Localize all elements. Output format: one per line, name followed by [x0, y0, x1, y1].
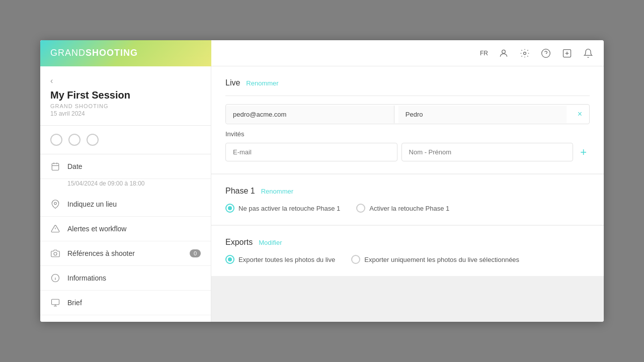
- svg-point-8: [54, 202, 57, 205]
- dot-3: [87, 134, 99, 146]
- exports-radio-2: [351, 255, 360, 264]
- phase1-option-1[interactable]: Ne pas activer la retouche Phase 1: [225, 204, 340, 213]
- settings-icon[interactable]: [519, 48, 530, 59]
- live-section: Live Renommer pedro@acme.com Pedro × Inv…: [211, 66, 604, 173]
- exports-option-1[interactable]: Exporter toutes les photos du live: [225, 255, 335, 264]
- name-input[interactable]: [401, 143, 574, 161]
- brief-label: Brief: [67, 299, 201, 307]
- date-label: Date: [67, 162, 201, 170]
- logo-part1: GRAND: [50, 48, 86, 58]
- svg-point-0: [502, 50, 506, 53]
- live-rename-action[interactable]: Renommer: [246, 79, 278, 87]
- exports-section-header: Exports Modifier: [225, 238, 590, 247]
- invite-name-display: Pedro: [398, 106, 567, 123]
- date-sub: 15/04/2024 de 09:00 à 18:00: [40, 179, 211, 192]
- live-title: Live: [225, 78, 240, 87]
- phase1-radio-2: [356, 204, 365, 213]
- sidebar-item-date[interactable]: Date: [40, 154, 211, 179]
- email-input[interactable]: [225, 143, 397, 161]
- language-selector[interactable]: FR: [480, 50, 488, 57]
- live-section-header: Live Renommer: [225, 78, 590, 87]
- lieu-label: Indiquez un lieu: [67, 200, 201, 208]
- invite-inputs-row: +: [225, 143, 590, 161]
- invites-label: Invités: [225, 130, 590, 138]
- content-area: Live Renommer pedro@acme.com Pedro × Inv…: [211, 66, 604, 322]
- dot-1: [50, 134, 62, 146]
- exports-section: Exports Modifier Exporter toutes les pho…: [211, 226, 604, 276]
- help-icon[interactable]: [540, 48, 551, 59]
- exports-option-1-label: Exporter toutes les photos du live: [238, 256, 335, 263]
- informations-label: Informations: [67, 274, 201, 282]
- exports-radio-group: Exporter toutes les photos du live Expor…: [225, 255, 590, 264]
- exports-modify-action[interactable]: Modifier: [259, 239, 282, 246]
- calendar-icon: [50, 161, 60, 171]
- add-invite-button[interactable]: +: [577, 147, 590, 158]
- map-pin-icon: [50, 199, 60, 209]
- exports-radio-1: [225, 255, 234, 264]
- session-header: ‹ My First Session GRAND SHOOTING 15 avr…: [40, 66, 211, 126]
- phase1-option-2-label: Activer la retouche Phase 1: [369, 205, 449, 212]
- session-title: My First Session: [50, 89, 201, 101]
- phase1-section-header: Phase 1 Renommer: [225, 187, 590, 196]
- exports-option-2-label: Exporter uniquement les photos du live s…: [364, 256, 519, 263]
- live-divider: [225, 96, 590, 96]
- invite-email-display: pedro@acme.com: [226, 106, 394, 123]
- sidebar-item-alertes[interactable]: Alertes et workflow: [40, 217, 211, 241]
- user-icon[interactable]: [498, 48, 509, 59]
- sidebar: ‹ My First Session GRAND SHOOTING 15 avr…: [40, 66, 211, 322]
- logo-text: GRANDSHOOTING: [50, 48, 138, 58]
- svg-point-11: [54, 252, 57, 255]
- alertes-label: Alertes et workflow: [67, 225, 201, 233]
- alert-icon: [50, 224, 60, 234]
- session-brand: GRAND SHOOTING: [50, 103, 201, 109]
- header-actions: FR: [480, 48, 604, 59]
- phase1-option-1-label: Ne pas activer la retouche Phase 1: [238, 205, 340, 212]
- progress-dots: [40, 126, 211, 154]
- dot-2: [68, 134, 80, 146]
- phase1-radio-group: Ne pas activer la retouche Phase 1 Activ…: [225, 204, 590, 213]
- exports-option-2[interactable]: Exporter uniquement les photos du live s…: [351, 255, 519, 264]
- exports-title: Exports: [225, 238, 253, 247]
- sidebar-item-informations[interactable]: Informations: [40, 266, 211, 291]
- phase1-rename-action[interactable]: Renommer: [261, 188, 293, 195]
- svg-point-2: [542, 49, 550, 57]
- phase1-option-2[interactable]: Activer la retouche Phase 1: [356, 204, 449, 213]
- monitor-icon: [50, 298, 60, 308]
- existing-invite-row: pedro@acme.com Pedro ×: [225, 104, 590, 124]
- svg-point-1: [524, 52, 526, 54]
- info-icon: [50, 273, 60, 283]
- sidebar-item-brief[interactable]: Brief: [40, 291, 211, 315]
- camera-icon: [50, 248, 60, 258]
- session-date: 15 avril 2024: [50, 110, 201, 117]
- sidebar-item-references[interactable]: Références à shooter 0: [40, 241, 211, 266]
- add-icon[interactable]: [561, 48, 573, 59]
- svg-rect-15: [52, 299, 59, 305]
- phase1-section: Phase 1 Renommer Ne pas activer la retou…: [211, 174, 604, 225]
- phase1-radio-1: [225, 204, 234, 213]
- phase1-title: Phase 1: [225, 187, 255, 196]
- svg-rect-4: [52, 163, 59, 170]
- logo: GRANDSHOOTING: [40, 40, 211, 66]
- sidebar-item-lieu[interactable]: Indiquez un lieu: [40, 192, 211, 217]
- logo-part2: SHOOTING: [86, 48, 138, 58]
- remove-invite-button[interactable]: ×: [571, 105, 589, 124]
- back-button[interactable]: ‹: [50, 76, 53, 85]
- references-label: Références à shooter: [67, 249, 183, 257]
- references-badge: 0: [190, 249, 201, 257]
- notifications-icon[interactable]: [583, 48, 594, 59]
